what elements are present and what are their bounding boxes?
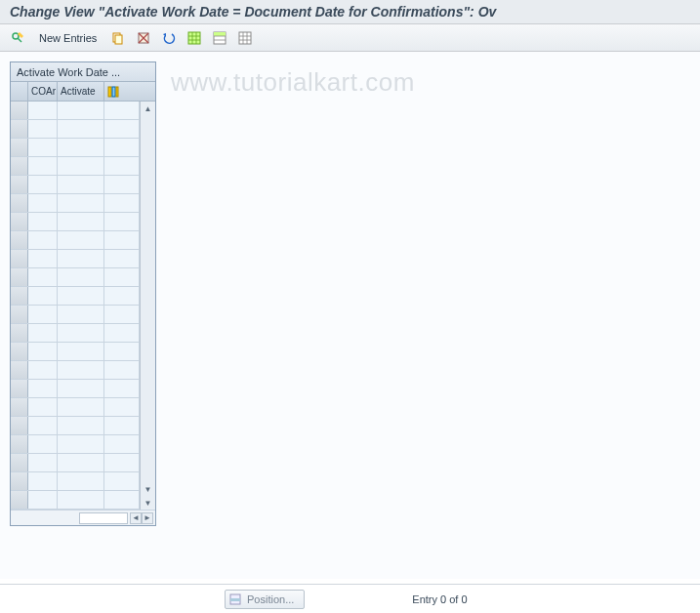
cell-activate[interactable] xyxy=(58,194,104,212)
scroll-left-icon[interactable]: ◄ xyxy=(130,512,142,524)
cell-coar[interactable] xyxy=(28,472,58,490)
grid-header-selector[interactable] xyxy=(11,82,28,101)
cell-coar[interactable] xyxy=(28,120,58,138)
cell-activate[interactable] xyxy=(58,324,104,342)
table-row[interactable] xyxy=(11,213,140,231)
row-selector[interactable] xyxy=(11,454,28,471)
scroll-down-icon[interactable]: ▼ xyxy=(142,482,155,496)
copy-as-icon[interactable] xyxy=(108,28,128,48)
configure-columns-icon[interactable] xyxy=(104,82,122,101)
scroll-up-icon[interactable]: ▲ xyxy=(142,102,155,115)
table-row[interactable] xyxy=(11,472,140,491)
cell-coar[interactable] xyxy=(28,398,58,416)
scroll-down-icon[interactable]: ▼ xyxy=(142,496,155,510)
cell-activate[interactable] xyxy=(58,472,104,490)
cell-activate[interactable] xyxy=(58,306,104,323)
cell-coar[interactable] xyxy=(28,102,58,119)
table-row[interactable] xyxy=(11,250,140,268)
horizontal-scrollbar[interactable]: ◄ ► xyxy=(11,510,155,525)
cell-coar[interactable] xyxy=(28,361,58,379)
row-selector[interactable] xyxy=(11,213,28,230)
cell-activate[interactable] xyxy=(58,380,104,397)
table-row[interactable] xyxy=(11,176,140,194)
cell-activate[interactable] xyxy=(58,361,104,379)
cell-activate[interactable] xyxy=(58,231,104,249)
cell-coar[interactable] xyxy=(28,491,58,509)
cell-coar[interactable] xyxy=(28,324,58,342)
row-selector[interactable] xyxy=(11,176,28,193)
row-selector[interactable] xyxy=(11,250,28,267)
table-row[interactable] xyxy=(11,287,140,306)
cell-coar[interactable] xyxy=(28,343,58,360)
deselect-all-icon[interactable] xyxy=(235,28,255,48)
row-selector[interactable] xyxy=(11,287,28,305)
cell-activate[interactable] xyxy=(58,287,104,305)
table-row[interactable] xyxy=(11,398,140,417)
row-selector[interactable] xyxy=(11,398,28,416)
cell-coar[interactable] xyxy=(28,435,58,453)
column-header-coar[interactable]: COAr xyxy=(28,82,58,101)
table-row[interactable] xyxy=(11,268,140,287)
cell-coar[interactable] xyxy=(28,231,58,249)
toggle-display-change-icon[interactable] xyxy=(8,28,27,48)
row-selector[interactable] xyxy=(11,157,28,175)
vertical-scrollbar[interactable]: ▲ ▼ ▼ xyxy=(140,102,155,510)
cell-activate[interactable] xyxy=(58,454,104,471)
cell-coar[interactable] xyxy=(28,176,58,193)
scroll-right-icon[interactable]: ► xyxy=(142,512,153,524)
cell-coar[interactable] xyxy=(28,213,58,230)
row-selector[interactable] xyxy=(11,491,28,509)
cell-coar[interactable] xyxy=(28,250,58,267)
cell-activate[interactable] xyxy=(58,343,104,360)
table-row[interactable] xyxy=(11,306,140,324)
cell-activate[interactable] xyxy=(58,491,104,509)
row-selector[interactable] xyxy=(11,268,28,286)
table-row[interactable] xyxy=(11,417,140,435)
position-button[interactable]: Position... xyxy=(225,590,305,609)
table-row[interactable] xyxy=(11,343,140,361)
row-selector[interactable] xyxy=(11,231,28,249)
cell-coar[interactable] xyxy=(28,417,58,434)
row-selector[interactable] xyxy=(11,139,28,156)
select-block-icon[interactable] xyxy=(210,28,229,48)
cell-activate[interactable] xyxy=(58,213,104,230)
table-row[interactable] xyxy=(11,491,140,510)
table-row[interactable] xyxy=(11,194,140,213)
row-selector[interactable] xyxy=(11,435,28,453)
table-row[interactable] xyxy=(11,157,140,176)
cell-activate[interactable] xyxy=(58,435,104,453)
cell-activate[interactable] xyxy=(58,157,104,175)
row-selector[interactable] xyxy=(11,306,28,323)
table-row[interactable] xyxy=(11,139,140,157)
table-row[interactable] xyxy=(11,361,140,380)
row-selector[interactable] xyxy=(11,343,28,360)
undo-change-icon[interactable] xyxy=(159,28,179,48)
row-selector[interactable] xyxy=(11,361,28,379)
cell-coar[interactable] xyxy=(28,454,58,471)
row-selector[interactable] xyxy=(11,120,28,138)
cell-activate[interactable] xyxy=(58,120,104,138)
cell-coar[interactable] xyxy=(28,287,58,305)
column-header-activate[interactable]: Activate xyxy=(58,82,104,101)
cell-activate[interactable] xyxy=(58,398,104,416)
table-row[interactable] xyxy=(11,324,140,343)
cell-coar[interactable] xyxy=(28,139,58,156)
table-row[interactable] xyxy=(11,231,140,250)
cell-activate[interactable] xyxy=(58,417,104,434)
cell-activate[interactable] xyxy=(58,102,104,119)
cell-activate[interactable] xyxy=(58,268,104,286)
cell-coar[interactable] xyxy=(28,157,58,175)
row-selector[interactable] xyxy=(11,324,28,342)
row-selector[interactable] xyxy=(11,472,28,490)
cell-coar[interactable] xyxy=(28,380,58,397)
delete-icon[interactable] xyxy=(134,28,153,48)
cell-activate[interactable] xyxy=(58,176,104,193)
cell-coar[interactable] xyxy=(28,306,58,323)
new-entries-button[interactable]: New Entries xyxy=(33,28,103,48)
hscroll-track[interactable] xyxy=(79,512,128,524)
row-selector[interactable] xyxy=(11,194,28,212)
row-selector[interactable] xyxy=(11,380,28,397)
table-row[interactable] xyxy=(11,454,140,472)
cell-activate[interactable] xyxy=(58,139,104,156)
row-selector[interactable] xyxy=(11,102,28,119)
